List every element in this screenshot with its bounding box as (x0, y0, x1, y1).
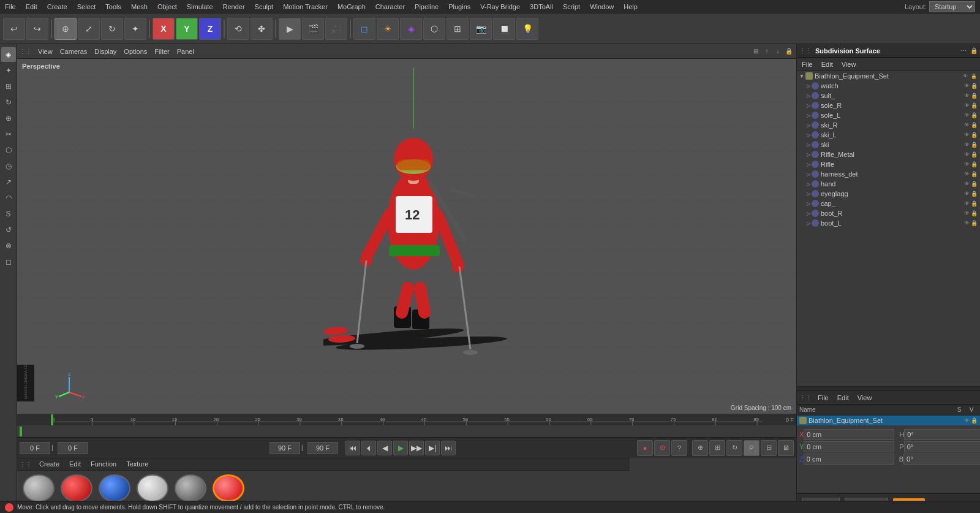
menu-file[interactable]: File (0, 2, 21, 12)
mat-menu-create[interactable]: Create (37, 460, 62, 468)
menu-select[interactable]: Select (72, 2, 101, 12)
obj-eyeglagg-lock[interactable]: 🔒 (971, 191, 978, 197)
obj-skiL-lock[interactable]: 🔒 (971, 132, 978, 138)
left-scale-tool[interactable]: ⊞ (1, 79, 16, 94)
transform-button[interactable]: ⟲ (227, 18, 249, 40)
obj-rifle-vis[interactable]: 👁 (964, 161, 970, 167)
menu-plugins[interactable]: Plugins (443, 2, 475, 12)
left-tool5[interactable]: ⊕ (1, 111, 16, 126)
obj-item-root[interactable]: ▼ Biathlon_Equipment_Set 👁 🔒 (797, 71, 980, 81)
left-tool8[interactable]: ◷ (1, 159, 16, 173)
left-tool9[interactable]: ↗ (1, 175, 16, 189)
obj-item-ski[interactable]: ▷ ski 👁 🔒 (797, 140, 980, 150)
select-tool-button[interactable]: ✦ (124, 18, 146, 40)
viewport-up-icon[interactable]: ↑ (762, 47, 772, 56)
obj-bootR-vis[interactable]: 👁 (964, 210, 970, 216)
menu-render[interactable]: Render (218, 2, 250, 12)
obj-item-soleL[interactable]: ▷ sole_L 👁 🔒 (797, 110, 980, 120)
left-tool12[interactable]: ↺ (1, 222, 16, 237)
obj-menu-view[interactable]: View (839, 60, 859, 69)
obj-soleR-lock[interactable]: 🔒 (971, 102, 978, 108)
obj-item-watch[interactable]: ▷ watch 👁 🔒 (797, 81, 980, 91)
obj-item-hand[interactable]: ▷ hand 👁 🔒 (797, 179, 980, 189)
cube-button[interactable]: ◻ (353, 18, 375, 40)
obj-watch-vis[interactable]: 👁 (964, 83, 970, 89)
obj-skiL-vis[interactable]: 👁 (964, 132, 970, 138)
obj-harness-lock[interactable]: 🔒 (971, 171, 978, 177)
viewport-menu-panel[interactable]: Panel (173, 47, 198, 56)
menu-window[interactable]: Window (585, 2, 619, 12)
obj-soleL-vis[interactable]: 👁 (964, 112, 970, 118)
rot-h-input[interactable] (904, 429, 980, 440)
menu-sculpt[interactable]: Sculpt (250, 2, 279, 12)
attr-selected-obj[interactable]: Biathlon_Equipment_Set 👁 🔒 (797, 416, 980, 425)
attr-menu-view[interactable]: View (855, 393, 875, 402)
rotate-tool-button[interactable]: ↻ (101, 18, 123, 40)
camera-button[interactable]: 📷 (470, 18, 492, 40)
left-move-tool[interactable]: ✦ (1, 63, 16, 78)
snap-button[interactable]: ✤ (251, 18, 273, 40)
obj-suit-lock[interactable]: 🔒 (971, 93, 978, 99)
obj-riflemetal-lock[interactable]: 🔒 (971, 151, 978, 158)
obj-riflemetal-vis[interactable]: 👁 (964, 151, 970, 158)
menu-3dtoall[interactable]: 3DToAll (525, 2, 558, 12)
mat-menu-edit[interactable]: Edit (67, 460, 83, 468)
obj-cap-lock[interactable]: 🔒 (971, 200, 978, 207)
obj-menu-file[interactable]: File (799, 60, 815, 69)
record-button[interactable]: ● (637, 440, 653, 456)
left-tool11[interactable]: S (1, 207, 16, 221)
menu-tools[interactable]: Tools (100, 2, 126, 12)
menu-help[interactable]: Help (619, 2, 643, 12)
pos-y-input[interactable] (804, 441, 894, 452)
left-select-tool[interactable]: ◈ (1, 47, 16, 62)
auto-key-button[interactable]: ⊙ (654, 440, 670, 456)
menu-vray[interactable]: V-Ray Bridge (475, 2, 525, 12)
attr-obj-lock[interactable]: 🔒 (971, 417, 978, 424)
play-reverse-button[interactable]: ▶▶ (409, 441, 424, 455)
menu-script[interactable]: Script (558, 2, 585, 12)
obj-item-cap[interactable]: ▷ cap_ 👁 🔒 (797, 199, 980, 208)
start-frame-input[interactable] (58, 442, 88, 454)
obj-item-rifle[interactable]: ▷ Rifle 👁 🔒 (797, 159, 980, 169)
obj-harness-vis[interactable]: 👁 (964, 171, 970, 177)
menu-create[interactable]: Create (42, 2, 72, 12)
menu-mograph[interactable]: MoGraph (333, 2, 371, 12)
scale-tool-button[interactable]: ⤢ (78, 18, 100, 40)
left-rotate-tool[interactable]: ↻ (1, 95, 16, 110)
menu-edit[interactable]: Edit (21, 2, 42, 12)
deformer-button[interactable]: ⬡ (423, 18, 445, 40)
mat-menu-texture[interactable]: Texture (124, 460, 151, 468)
viewport-maximize-icon[interactable]: ⊞ (751, 47, 761, 56)
obj-watch-lock[interactable]: 🔒 (971, 83, 978, 89)
left-tool6[interactable]: ✂ (1, 127, 16, 142)
obj-ski-vis[interactable]: 👁 (964, 142, 970, 148)
move-tool-button[interactable]: ⊕ (55, 18, 77, 40)
obj-vis-icon[interactable]: 👁 (962, 72, 969, 80)
prev-keyframe-button[interactable]: ◀ (377, 441, 392, 455)
redo-button[interactable]: ↪ (26, 18, 48, 40)
obj-suit-vis[interactable]: 👁 (964, 93, 970, 99)
light2-button[interactable]: 💡 (516, 18, 538, 40)
mode-button3[interactable]: ↻ (726, 440, 742, 456)
viewport[interactable]: Perspective (17, 59, 796, 414)
left-tool14[interactable]: ◻ (1, 254, 16, 269)
obj-item-bootL[interactable]: ▷ boot_L 👁 🔒 (797, 218, 980, 228)
obj-soleL-lock[interactable]: 🔒 (971, 112, 978, 118)
obj-skiR-lock[interactable]: 🔒 (971, 122, 978, 128)
render-button[interactable]: 🎥 (325, 18, 347, 40)
obj-hand-vis[interactable]: 👁 (964, 181, 970, 187)
obj-cap-vis[interactable]: 👁 (964, 200, 970, 207)
obj-item-harness[interactable]: ▷ harness_det 👁 🔒 (797, 169, 980, 179)
render-interactive-button[interactable]: 🎬 (302, 18, 324, 40)
obj-menu-edit[interactable]: Edit (819, 60, 835, 69)
obj-item-soleR[interactable]: ▷ sole_R 👁 🔒 (797, 101, 980, 110)
pos-z-input[interactable] (804, 454, 894, 465)
obj-item-riflemetal[interactable]: ▷ Rifle_Metal 👁 🔒 (797, 150, 980, 159)
obj-eyeglagg-vis[interactable]: 👁 (964, 191, 970, 197)
help-button[interactable]: ? (671, 440, 687, 456)
obj-item-suit[interactable]: ▷ suit_ 👁 🔒 (797, 91, 980, 101)
obj-hand-lock[interactable]: 🔒 (971, 181, 978, 187)
left-tool10[interactable]: ◠ (1, 191, 16, 205)
menu-pipeline[interactable]: Pipeline (410, 2, 443, 12)
timeline-bar[interactable] (17, 425, 796, 438)
